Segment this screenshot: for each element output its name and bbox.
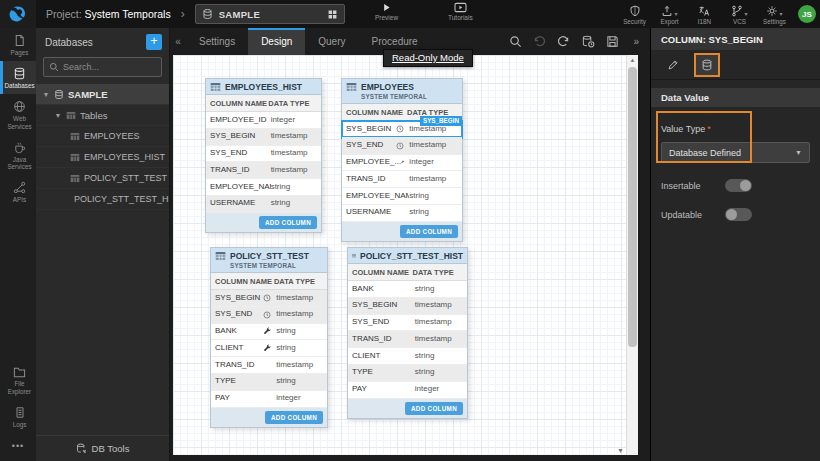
primary-key-icon xyxy=(263,344,271,352)
tree-node-table-policy-stt-test[interactable]: POLICY_STT_TEST xyxy=(36,168,169,189)
table-row[interactable]: TYPEstring xyxy=(211,374,327,391)
redo-icon[interactable] xyxy=(557,35,570,48)
save-icon[interactable] xyxy=(606,35,619,48)
sidebar-item-pages[interactable]: Pages xyxy=(0,28,36,61)
table-row[interactable]: USERNAMEstring xyxy=(342,205,462,222)
search-input[interactable] xyxy=(63,62,156,72)
table-row[interactable]: PAYinteger xyxy=(348,382,467,399)
video-icon xyxy=(454,2,467,13)
table-row[interactable]: EMPLOYEE_NAMEstring xyxy=(342,188,462,205)
table-row[interactable]: CLIENT string xyxy=(211,340,327,357)
table-card-policy-stt-test[interactable]: POLICY_STT_TEST SYSTEM TEMPORAL COLUMN N… xyxy=(210,247,328,428)
tree-node-table-employees[interactable]: EMPLOYEES xyxy=(36,126,169,147)
i18n-button[interactable]: I18N xyxy=(688,3,721,25)
table-row[interactable]: SYS_END timestamp xyxy=(342,138,462,155)
value-type-select[interactable]: Database Defined ▼ xyxy=(661,142,810,163)
updatable-toggle[interactable] xyxy=(725,208,752,221)
workspace: « Settings Design Query Procedure » Read… xyxy=(170,28,650,461)
tab-data-properties[interactable] xyxy=(694,53,720,77)
add-database-button[interactable]: + xyxy=(146,34,162,50)
table-row-selected[interactable]: SYS_BEGIN timestamp SYS_BEGIN xyxy=(342,121,462,138)
table-row[interactable]: EMPLOYEE_... integer xyxy=(342,155,462,172)
sidebar-item-java-services[interactable]: Java Services xyxy=(0,135,36,175)
table-row[interactable]: TRANS_IDtimestamp xyxy=(342,171,462,188)
data-type-header: DATA TYPE xyxy=(413,268,463,277)
table-icon xyxy=(70,132,80,141)
table-row[interactable]: EMPLOYEE_NAMEstring xyxy=(206,179,321,196)
security-button[interactable]: Security xyxy=(618,3,651,25)
search-icon[interactable] xyxy=(509,35,522,48)
sidebar-item-databases[interactable]: Databases xyxy=(0,61,36,94)
table-row[interactable]: CLIENTstring xyxy=(348,348,467,365)
table-row[interactable]: TYPEstring xyxy=(348,365,467,382)
settings-button[interactable]: ▾ Settings xyxy=(758,3,791,25)
table-row[interactable]: SYS_BEGINtimestamp xyxy=(206,129,321,146)
settings-label: Settings xyxy=(763,18,786,25)
tutorials-button[interactable]: Tutorials xyxy=(448,2,473,21)
app-logo-icon[interactable] xyxy=(0,0,36,28)
scrollbar-thumb[interactable] xyxy=(628,67,637,347)
column-name-header: COLUMN NAME xyxy=(210,99,268,108)
table-row[interactable]: SYS_ENDtimestamp xyxy=(206,146,321,163)
table-row[interactable]: TRANS_IDtimestamp xyxy=(348,331,467,348)
tree-node-sample-db[interactable]: ▼ SAMPLE xyxy=(36,84,169,105)
table-card-employees[interactable]: EMPLOYEES SYSTEM TEMPORAL COLUMN NAME DA… xyxy=(341,78,463,242)
design-canvas[interactable]: EMPLOYEES_HIST COLUMN NAME DATA TYPE EMP… xyxy=(173,55,638,455)
tree-node-table-employees-hist[interactable]: EMPLOYEES_HIST xyxy=(36,147,169,168)
system-temporal-tag: SYSTEM TEMPORAL xyxy=(346,92,458,101)
tree-node-tables[interactable]: ▼ Tables xyxy=(36,105,169,126)
table-row[interactable]: SYS_END timestamp xyxy=(211,307,327,324)
preview-label: Preview xyxy=(375,14,398,21)
table-row[interactable]: BANK string xyxy=(211,324,327,341)
collapse-panel-icon[interactable]: « xyxy=(170,28,186,55)
user-avatar[interactable]: JS xyxy=(798,5,816,23)
add-column-button[interactable]: ADD COLUMN xyxy=(400,225,458,238)
undo-icon[interactable] xyxy=(533,35,546,48)
table-row[interactable]: USERNAMEstring xyxy=(206,196,321,213)
table-row[interactable]: SYS_BEGINtimestamp xyxy=(348,298,467,315)
add-column-button[interactable]: ADD COLUMN xyxy=(259,216,317,229)
project-label: Project: xyxy=(46,8,82,20)
database-selector[interactable]: SAMPLE xyxy=(195,4,345,24)
sync-database-icon[interactable] xyxy=(581,35,595,48)
table-row[interactable]: SYS_ENDtimestamp xyxy=(348,315,467,332)
vertical-scrollbar[interactable]: ▲ xyxy=(626,55,638,455)
table-row[interactable]: TRANS_IDtimestamp xyxy=(206,162,321,179)
preview-button[interactable]: Preview xyxy=(375,2,398,21)
value-type-label: Value Type xyxy=(661,124,705,134)
expand-panel-icon[interactable]: » xyxy=(630,36,644,47)
table-row[interactable]: BANKstring xyxy=(348,281,467,298)
tab-query[interactable]: Query xyxy=(305,28,358,55)
tree-node-table-policy-stt-test-hist[interactable]: POLICY_STT_TEST_HIST xyxy=(36,189,169,210)
insertable-toggle[interactable] xyxy=(725,179,752,192)
scroll-up-icon[interactable]: ▲ xyxy=(627,55,638,63)
table-card-policy-stt-test-hist[interactable]: POLICY_STT_TEST_HIST COLUMN NAME DATA TY… xyxy=(347,247,468,419)
sidebar-item-web-services[interactable]: Web Services xyxy=(0,94,36,134)
sidebar-item-file-explorer[interactable]: File Explorer xyxy=(0,360,36,399)
table-title: POLICY_STT_TEST xyxy=(230,251,309,261)
tab-design[interactable]: Design xyxy=(248,28,305,55)
table-card-employees-hist[interactable]: EMPLOYEES_HIST COLUMN NAME DATA TYPE EMP… xyxy=(205,78,322,233)
export-label: Export xyxy=(660,18,678,25)
more-menu-button[interactable]: ••• xyxy=(0,433,36,461)
insertable-row: Insertable xyxy=(651,171,820,200)
shield-icon xyxy=(629,5,641,17)
table-icon xyxy=(70,174,80,183)
scroll-down-icon[interactable]: ▼ xyxy=(617,447,624,454)
sidebar-item-logs[interactable]: Logs xyxy=(0,400,36,433)
table-row[interactable]: PAYinteger xyxy=(211,391,327,408)
db-tools-button[interactable]: DB Tools xyxy=(36,435,169,461)
tab-settings[interactable]: Settings xyxy=(186,28,248,55)
export-button[interactable]: ▾ Export xyxy=(653,3,686,25)
add-column-button[interactable]: ADD COLUMN xyxy=(405,402,463,415)
section-title: Data Value xyxy=(651,88,820,107)
add-column-button[interactable]: ADD COLUMN xyxy=(265,411,323,424)
table-icon xyxy=(66,111,76,120)
tab-edit-column[interactable] xyxy=(660,53,686,77)
table-row[interactable]: TRANS_IDtimestamp xyxy=(211,357,327,374)
vcs-button[interactable]: ▾ VCS xyxy=(723,3,756,25)
sidebar-item-apis[interactable]: APIs xyxy=(0,175,36,208)
table-row[interactable]: EMPLOYEE_IDinteger xyxy=(206,112,321,129)
table-row[interactable]: SYS_BEGIN timestamp xyxy=(211,290,327,307)
caret-down-icon: ▼ xyxy=(42,91,50,98)
